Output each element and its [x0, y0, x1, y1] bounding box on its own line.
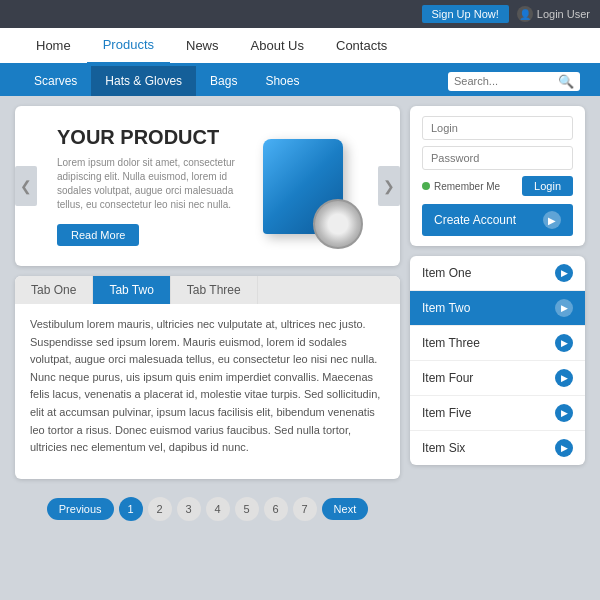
- search-icon: 🔍: [558, 74, 574, 89]
- list-item-2[interactable]: Item Two ▶: [410, 291, 585, 326]
- list-item-1-arrow: ▶: [555, 264, 573, 282]
- create-account-button[interactable]: Create Account ▶: [422, 204, 573, 236]
- sub-nav-items: Scarves Hats & Gloves Bags Shoes: [20, 66, 448, 96]
- list-item-5-arrow: ▶: [555, 404, 573, 422]
- remember-me-label: Remember Me: [434, 181, 500, 192]
- sub-nav-shoes[interactable]: Shoes: [251, 66, 313, 96]
- slider-text: YOUR PRODUCT Lorem ipsum dolor sit amet,…: [57, 126, 248, 246]
- user-icon: 👤: [517, 6, 533, 22]
- remember-me[interactable]: Remember Me: [422, 181, 500, 192]
- list-item-5[interactable]: Item Five ▶: [410, 396, 585, 431]
- page-2[interactable]: 2: [148, 497, 172, 521]
- page-3[interactable]: 3: [177, 497, 201, 521]
- list-item-2-label: Item Two: [422, 301, 470, 315]
- list-item-1[interactable]: Item One ▶: [410, 256, 585, 291]
- login-row: Remember Me Login: [422, 176, 573, 196]
- login-button[interactable]: Login: [522, 176, 573, 196]
- list-item-6-arrow: ▶: [555, 439, 573, 457]
- prev-page-button[interactable]: Previous: [47, 498, 114, 520]
- list-item-5-label: Item Five: [422, 406, 471, 420]
- green-dot-icon: [422, 182, 430, 190]
- next-page-button[interactable]: Next: [322, 498, 369, 520]
- login-user-area[interactable]: 👤 Login User: [517, 6, 590, 22]
- sub-nav-hats[interactable]: Hats & Gloves: [91, 66, 196, 96]
- sub-nav-bags[interactable]: Bags: [196, 66, 251, 96]
- sub-nav-scarves[interactable]: Scarves: [20, 66, 91, 96]
- list-item-4[interactable]: Item Four ▶: [410, 361, 585, 396]
- login-user-label: Login User: [537, 8, 590, 20]
- list-box: Item One ▶ Item Two ▶ Item Three ▶ Item …: [410, 256, 585, 465]
- password-input[interactable]: [422, 146, 573, 170]
- slider-description: Lorem ipsum dolor sit amet, consectetur …: [57, 156, 248, 212]
- search-input[interactable]: [454, 75, 554, 87]
- slider-image: [248, 131, 358, 241]
- page-5[interactable]: 5: [235, 497, 259, 521]
- tab-content: Vestibulum lorem mauris, ultricies nec v…: [15, 304, 400, 479]
- signup-button[interactable]: Sign Up Now!: [422, 5, 509, 23]
- product-slider: ❮ YOUR PRODUCT Lorem ipsum dolor sit ame…: [15, 106, 400, 266]
- create-account-label: Create Account: [434, 213, 516, 227]
- slider-prev-arrow[interactable]: ❮: [15, 166, 37, 206]
- main-nav-items: Home Products News About Us Contacts: [20, 27, 580, 65]
- list-item-4-label: Item Four: [422, 371, 473, 385]
- list-item-3-arrow: ▶: [555, 334, 573, 352]
- left-column: ❮ YOUR PRODUCT Lorem ipsum dolor sit ame…: [15, 106, 400, 525]
- sub-nav: Scarves Hats & Gloves Bags Shoes 🔍: [0, 66, 600, 96]
- read-more-button[interactable]: Read More: [57, 224, 139, 246]
- nav-products[interactable]: Products: [87, 27, 170, 65]
- page-1[interactable]: 1: [119, 497, 143, 521]
- slider-content: YOUR PRODUCT Lorem ipsum dolor sit amet,…: [37, 111, 378, 261]
- list-item-6-label: Item Six: [422, 441, 465, 455]
- login-input[interactable]: [422, 116, 573, 140]
- nav-home[interactable]: Home: [20, 27, 87, 65]
- nav-contacts[interactable]: Contacts: [320, 27, 403, 65]
- list-item-3[interactable]: Item Three ▶: [410, 326, 585, 361]
- page-4[interactable]: 4: [206, 497, 230, 521]
- content-area: ❮ YOUR PRODUCT Lorem ipsum dolor sit ame…: [0, 96, 600, 535]
- tab-three[interactable]: Tab Three: [171, 276, 258, 304]
- product-disc: [313, 199, 363, 249]
- tab-two[interactable]: Tab Two: [93, 276, 170, 304]
- page-7[interactable]: 7: [293, 497, 317, 521]
- list-item-6[interactable]: Item Six ▶: [410, 431, 585, 465]
- main-nav: Home Products News About Us Contacts: [0, 28, 600, 66]
- list-item-4-arrow: ▶: [555, 369, 573, 387]
- page-6[interactable]: 6: [264, 497, 288, 521]
- list-item-3-label: Item Three: [422, 336, 480, 350]
- list-item-1-label: Item One: [422, 266, 471, 280]
- nav-news[interactable]: News: [170, 27, 235, 65]
- nav-about[interactable]: About Us: [235, 27, 320, 65]
- pagination: Previous 1 2 3 4 5 6 7 Next: [15, 489, 400, 525]
- slider-title: YOUR PRODUCT: [57, 126, 248, 148]
- search-box[interactable]: 🔍: [448, 72, 580, 91]
- tab-one[interactable]: Tab One: [15, 276, 93, 304]
- login-box: Remember Me Login Create Account ▶: [410, 106, 585, 246]
- tabs-header: Tab One Tab Two Tab Three: [15, 276, 400, 304]
- slider-next-arrow[interactable]: ❯: [378, 166, 400, 206]
- top-bar: Sign Up Now! 👤 Login User: [0, 0, 600, 28]
- list-item-2-arrow: ▶: [555, 299, 573, 317]
- right-column: Remember Me Login Create Account ▶ Item …: [410, 106, 585, 525]
- create-account-arrow-icon: ▶: [543, 211, 561, 229]
- tabs-section: Tab One Tab Two Tab Three Vestibulum lor…: [15, 276, 400, 479]
